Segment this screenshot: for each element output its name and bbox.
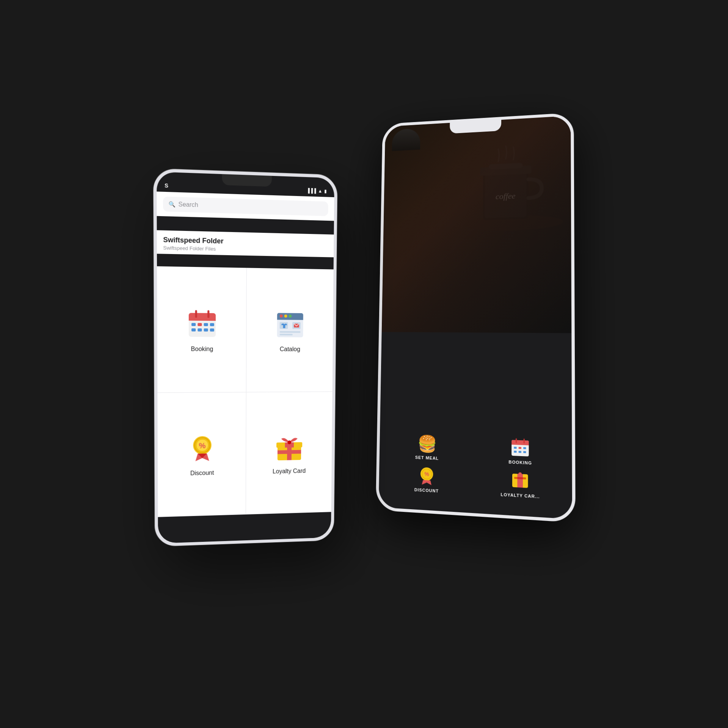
app-grid: Booking (157, 266, 334, 517)
app-cell-discount[interactable]: % Discount (157, 392, 246, 517)
svg-text:%: % (199, 441, 206, 450)
svg-rect-29 (191, 323, 195, 326)
catalog-icon (275, 310, 305, 340)
svg-rect-30 (198, 323, 202, 326)
signal-icon: ▐▐▐ (307, 188, 316, 194)
svg-rect-33 (191, 328, 195, 331)
back-app-section: 🍔 SET MEAL (379, 427, 572, 507)
bottom-bar (158, 512, 331, 543)
back-icon-grid: 🍔 SET MEAL (384, 433, 566, 500)
svg-rect-11 (514, 447, 517, 449)
loyalty-icon-back (510, 470, 530, 491)
back-cell-discount[interactable]: % DISCOUNT (384, 464, 470, 495)
loyalty-label: Loyalty Card (273, 468, 306, 475)
loyalty-back-label: LOYALTY CAR... (500, 492, 540, 499)
loyalty-icon (275, 433, 304, 463)
svg-rect-26 (188, 318, 215, 321)
svg-rect-16 (523, 451, 526, 453)
setmeal-icon: 🍔 (417, 434, 437, 453)
back-cell-loyalty[interactable]: LOYALTY CAR... (475, 469, 566, 500)
discount-icon: % (187, 434, 218, 464)
booking-icon-back (510, 438, 530, 458)
back-cell-setmeal[interactable]: 🍔 SET MEAL (385, 433, 470, 463)
svg-rect-36 (210, 328, 214, 331)
app-cell-catalog[interactable]: Catalog (246, 268, 334, 392)
app-cell-booking[interactable]: Booking (157, 266, 247, 393)
discount-back-label: DISCOUNT (414, 487, 439, 493)
front-notch (222, 174, 271, 187)
svg-rect-32 (210, 323, 214, 326)
search-bar[interactable]: 🔍 Search (163, 196, 328, 216)
folder-header: Swiftspeed Folder Swiftspeed Folder File… (157, 230, 334, 257)
booking-back-label: BOOKING (508, 460, 532, 465)
back-cell-booking[interactable]: BOOKING (476, 436, 566, 467)
svg-rect-39 (277, 317, 303, 320)
status-time: S (165, 182, 168, 189)
svg-point-41 (284, 315, 287, 318)
svg-rect-46 (280, 331, 301, 333)
status-icons: ▐▐▐ ▲ ▮ (307, 188, 327, 194)
phone-front: S ▐▐▐ ▲ ▮ 🔍 Search Swiftspeed Folder Swi… (154, 168, 337, 546)
svg-point-40 (280, 314, 283, 317)
phone-back: coffee 🍔 SET MEAL (376, 113, 576, 523)
coffee-background: coffee (382, 116, 572, 333)
catalog-label: Catalog (280, 346, 300, 353)
svg-rect-31 (204, 323, 208, 326)
svg-point-42 (289, 315, 292, 318)
svg-rect-14 (514, 451, 517, 453)
svg-rect-47 (279, 334, 292, 335)
svg-text:%: % (424, 471, 429, 477)
app-cell-loyalty[interactable]: Loyalty Card (246, 392, 333, 515)
svg-rect-21 (518, 474, 523, 488)
discount-label: Discount (190, 469, 214, 477)
discount-icon-back: % (417, 466, 436, 486)
front-screen: S ▐▐▐ ▲ ▮ 🔍 Search Swiftspeed Folder Swi… (157, 172, 334, 543)
svg-rect-12 (519, 447, 521, 449)
scene: coffee 🍔 SET MEAL (155, 99, 573, 629)
svg-rect-35 (204, 328, 208, 331)
loyalty-icon-container (273, 431, 306, 464)
svg-rect-34 (198, 328, 202, 331)
booking-label: Booking (191, 346, 213, 353)
search-placeholder: Search (178, 201, 198, 209)
svg-rect-15 (519, 451, 521, 453)
svg-rect-13 (523, 447, 526, 449)
booking-icon (187, 309, 217, 340)
search-icon: 🔍 (169, 201, 176, 207)
discount-icon-container: % (185, 432, 220, 466)
setmeal-label: SET MEAL (415, 455, 439, 461)
battery-icon: ▮ (324, 188, 327, 194)
back-screen: coffee 🍔 SET MEAL (378, 116, 572, 519)
booking-icon-container (185, 307, 220, 342)
catalog-icon-container (273, 308, 307, 342)
wifi-icon: ▲ (318, 188, 323, 194)
